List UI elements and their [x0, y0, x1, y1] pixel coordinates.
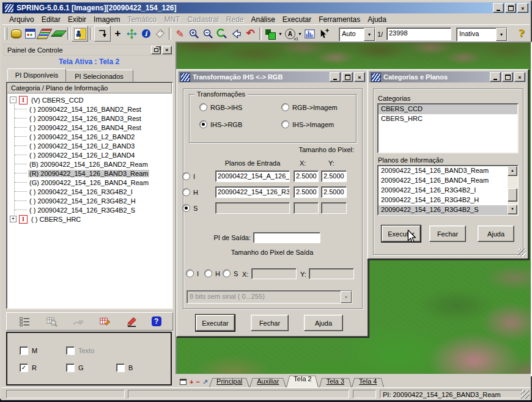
tree-item[interactable]: ( ) 20090422_154_126_R3G4B2_S [15, 205, 172, 214]
minimize-icon[interactable] [330, 72, 341, 82]
plus-cursor-icon[interactable]: + [111, 27, 125, 40]
label-tag-icon[interactable] [153, 27, 167, 40]
radio-plane-s[interactable]: S [182, 204, 198, 212]
plane-i-field[interactable]: 20090422_154_A_126_ [215, 170, 290, 182]
minimize-icon[interactable] [493, 3, 504, 13]
tree-item[interactable]: (G) 20090422_154_126_BAND4_Ream [15, 178, 172, 187]
mode-combobox[interactable]: Inativa▼ [456, 27, 508, 42]
tree-item[interactable]: (B) 20090422_154_126_BAND2_Ream [15, 159, 172, 169]
add-view-icon[interactable]: + [190, 379, 193, 386]
chevron-down-icon[interactable]: ▼ [298, 32, 302, 36]
resize-grip[interactable] [518, 249, 526, 257]
tab-principal[interactable]: Principal [209, 376, 249, 387]
scroll-up-icon[interactable]: ▲ [508, 166, 517, 176]
back-arrow-icon[interactable] [229, 27, 243, 40]
radio-rgb-ihs[interactable]: RGB->IHS [199, 103, 242, 111]
radio-plane-h[interactable]: H [182, 188, 198, 196]
collapse-icon[interactable]: - [10, 97, 17, 103]
list-item[interactable]: 20090422_154_126_BAND3_Ream [379, 166, 508, 176]
plane-icon[interactable] [51, 27, 65, 40]
radio-ihs-rgb[interactable]: IHS->RGB [199, 120, 242, 128]
corner-arrow-icon[interactable] [94, 26, 111, 42]
tree-category-cbers-ccd[interactable]: - I (V) CBERS_CCD [10, 95, 172, 104]
pixel-x-i-field[interactable]: 2.5000 [294, 170, 319, 182]
detach-view-icon[interactable]: ↗ [202, 379, 208, 386]
chevron-down-icon[interactable]: ▼ [278, 32, 283, 36]
float-panel-icon[interactable] [151, 46, 161, 54]
ihs-dialog-titlebar[interactable]: Transformação IHS <-> RGB × [179, 71, 366, 82]
scrollbar-thumb[interactable] [508, 188, 517, 202]
maximize-icon[interactable] [502, 72, 513, 82]
pan-icon[interactable] [125, 27, 139, 40]
control-panel-titlebar[interactable]: Painel de Controle × [4, 44, 174, 56]
menu-ferramentas[interactable]: Ferramentas [315, 15, 364, 24]
maximize-icon[interactable] [342, 72, 353, 82]
close-icon[interactable]: × [514, 72, 525, 82]
undo-icon[interactable]: ↶ [243, 27, 257, 40]
radio-out-h[interactable]: H [204, 269, 220, 277]
plane-h-field[interactable]: 20090422_154_126_R3 [215, 186, 290, 198]
remove-view-icon[interactable]: − [196, 379, 199, 386]
panel-help-icon[interactable]: ? [152, 316, 161, 326]
scroll-down-icon[interactable]: ▼ [508, 205, 517, 214]
expand-icon[interactable]: + [10, 216, 17, 222]
checkbox-m[interactable]: M [20, 346, 37, 355]
tree-item[interactable]: ( ) 20090422_154_126_R3G4B2_H [15, 196, 172, 205]
histogram-icon[interactable] [303, 27, 317, 40]
menu-analise[interactable]: Análise [248, 15, 279, 24]
list-item-selected[interactable]: 20090422_154_126_R3G4B2_S [379, 205, 508, 215]
radio-out-i[interactable]: I [186, 269, 199, 277]
close-button[interactable]: Fechar [429, 225, 466, 242]
pixel-y-i-field[interactable]: 2.5000 [321, 170, 347, 182]
scale-mode-combobox[interactable]: Auto▼ [339, 27, 375, 42]
radio-ihs-imagem[interactable]: IHS->Imagem [281, 120, 334, 128]
checkbox-b[interactable]: B [116, 364, 133, 372]
execute-button[interactable]: Executar [196, 315, 235, 331]
list-item-selected[interactable]: CBERS_CCD [379, 104, 517, 114]
window-titlebar[interactable]: SPRING-5.0.6.1 [Imagens][20090422_154_12… [2, 2, 530, 13]
tree-category-cbers-hrc[interactable]: + I ( ) CBERS_HRC [10, 214, 172, 224]
tab-auxiliar[interactable]: Auxiliar [249, 376, 286, 387]
zoom-in-icon[interactable] [187, 27, 201, 40]
scale-input[interactable]: 23998 [386, 27, 451, 40]
planes-list[interactable]: 20090422_154_126_BAND3_Ream 20090422_154… [377, 165, 519, 216]
database-icon[interactable] [9, 27, 23, 40]
menu-editar[interactable]: Editar [38, 15, 64, 24]
radio-rgb-imagem[interactable]: RGB->Imagem [281, 103, 338, 111]
acquire-point-icon[interactable] [317, 27, 331, 40]
layers-icon[interactable] [37, 27, 51, 40]
menu-exibir[interactable]: Exibir [64, 15, 90, 24]
tree-item[interactable]: ( ) 20090422_154_126_R3G4B2_I [15, 187, 172, 196]
menu-arquivo[interactable]: Arquivo [6, 15, 38, 24]
eraser-pencil-icon[interactable] [125, 315, 139, 328]
contents-icon[interactable] [72, 26, 88, 42]
checkbox-box[interactable] [116, 364, 125, 372]
radio-out-s[interactable]: S [223, 269, 238, 277]
close-icon[interactable]: × [354, 72, 365, 82]
checkbox-box[interactable] [66, 364, 75, 372]
tree-item[interactable]: ( ) 20090422_154_126_BAND2_Rest [15, 104, 172, 114]
checkbox-box-checked[interactable]: ✓ [20, 364, 28, 372]
checkbox-g[interactable]: G [66, 364, 84, 372]
list-item[interactable]: 20090422_154_126_R3G4B2_H [379, 196, 508, 205]
list-item[interactable]: CBERS_HRC [379, 114, 517, 124]
tab-pi-selecionados[interactable]: PI Selecionados [65, 70, 133, 83]
vertical-scrollbar[interactable]: ▲ ▼ [508, 166, 517, 214]
tree-item[interactable]: ( ) 20090422_154_126_BAND4_Rest [15, 123, 172, 132]
menu-imagem[interactable]: Imagem [90, 15, 124, 24]
output-pi-field[interactable] [253, 232, 320, 243]
zoom-area-icon[interactable] [215, 27, 229, 40]
help-button[interactable]: Ajuda [478, 225, 514, 242]
categories-list[interactable]: CBERS_CCD CBERS_HRC [377, 103, 519, 153]
menu-executar[interactable]: Executar [279, 15, 315, 24]
tree-item[interactable]: ( ) 20090422_154_126_L2_BAND2 [15, 132, 172, 141]
list-item[interactable]: 20090422_154_126_R3G4B2_I [379, 186, 508, 196]
zoom-out-icon[interactable] [201, 27, 215, 40]
resize-grip[interactable] [521, 390, 530, 399]
pixel-x-h-field[interactable]: 2.5000 [294, 186, 319, 198]
close-button[interactable]: Fechar [251, 315, 289, 331]
tree-item[interactable]: ( ) 20090422_154_126_L2_BAND4 [15, 150, 172, 159]
minimize-icon[interactable] [490, 72, 501, 82]
pixel-y-h-field[interactable]: 2.5000 [321, 186, 347, 198]
close-panel-icon[interactable]: × [162, 46, 172, 54]
